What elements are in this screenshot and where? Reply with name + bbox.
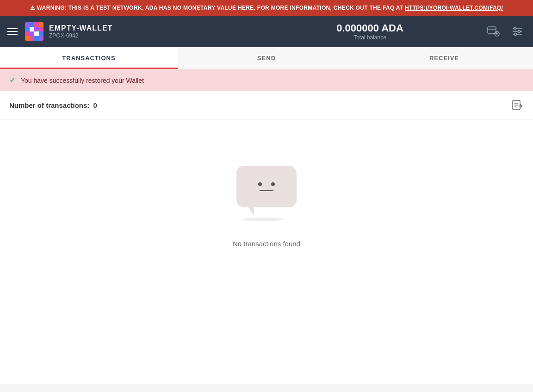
warning-text: WARNING: THIS IS A TEST NETWORK. ADA HAS… [37, 5, 405, 11]
balance-label: Total balance [255, 34, 485, 41]
shadow-decoration [242, 218, 284, 221]
empty-transactions-text: No transactions found [233, 240, 300, 248]
empty-state: No transactions found [0, 119, 533, 285]
transactions-count-label: Number of transactions: [9, 101, 89, 109]
wallet-info: EMPTY-WALLET ZPOX-6942 [25, 22, 255, 41]
success-message: You have successfully restored your Wall… [21, 77, 144, 84]
balance-section: 0.000000 ADA Total balance [255, 22, 485, 41]
header-actions [485, 23, 526, 40]
empty-illustration [229, 156, 304, 230]
svg-point-10 [514, 33, 517, 36]
warning-icon: ⚠ [30, 5, 35, 11]
bubble-eye-left [258, 182, 262, 186]
sidebar-toggle-button[interactable] [7, 28, 18, 35]
filter-settings-icon-button[interactable] [509, 23, 526, 40]
wallet-id: ZPOX-6942 [49, 32, 112, 39]
send-receive-icon-button[interactable] [485, 23, 502, 40]
warning-link[interactable]: HTTPS://YOROI-WALLET.COM/FAQ/ [405, 5, 503, 11]
tabs: TRANSACTIONS SEND RECEIVE [0, 47, 533, 69]
header: EMPTY-WALLET ZPOX-6942 0.000000 ADA Tota… [0, 16, 533, 47]
success-banner: ✓ You have successfully restored your Wa… [0, 69, 533, 91]
warning-banner: ⚠ WARNING: THIS IS A TEST NETWORK. ADA H… [0, 0, 533, 16]
bubble-eye-right [271, 182, 275, 186]
balance-amount: 0.000000 ADA [255, 22, 485, 34]
svg-point-9 [518, 31, 521, 33]
transactions-count-value: 0 [93, 101, 97, 109]
bubble-mouth [260, 190, 273, 191]
tab-receive[interactable]: RECEIVE [355, 47, 533, 69]
transactions-count: Number of transactions: 0 [9, 101, 97, 109]
tab-transactions[interactable]: TRANSACTIONS [0, 47, 178, 69]
transactions-header: Number of transactions: 0 [0, 91, 533, 119]
wallet-name: EMPTY-WALLET [49, 24, 112, 32]
svg-point-8 [514, 28, 516, 30]
empty-chat-bubble [236, 166, 297, 207]
main-content: ✓ You have successfully restored your Wa… [0, 69, 533, 384]
export-button[interactable] [511, 99, 524, 112]
wallet-text: EMPTY-WALLET ZPOX-6942 [49, 24, 112, 39]
bubble-eyes [258, 182, 275, 186]
tab-send[interactable]: SEND [178, 47, 355, 69]
success-check-icon: ✓ [9, 76, 15, 85]
wallet-avatar [25, 22, 43, 41]
